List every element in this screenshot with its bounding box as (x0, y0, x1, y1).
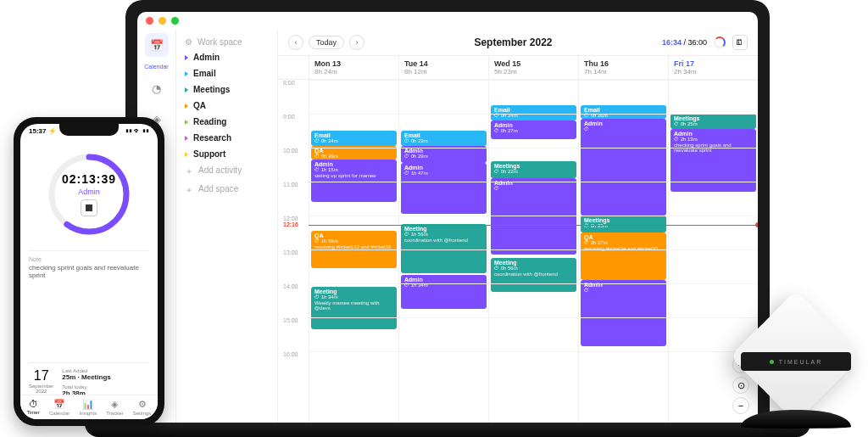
settings-icon: ⚙ (138, 399, 147, 410)
day-column[interactable]: Email⏱ 0h 24mAdmin⏱ 0h 27mMeetings⏱ 0h 2… (488, 80, 578, 423)
rail-pie[interactable]: ◔ (145, 76, 169, 100)
calendar-event[interactable]: Admin⏱ 0h 29m (401, 146, 487, 163)
add-space[interactable]: ＋Add space (180, 181, 274, 199)
rail-calendar[interactable]: 📅 (145, 33, 169, 57)
day-column[interactable]: Email⏱ 0h 23mAdmin⏱ 0h 29mAdmin⏱ 1h 47mM… (398, 80, 488, 423)
summary-stats: Last Added 25m · Meetings Total today 2h… (62, 368, 110, 397)
calendar-event[interactable]: Admin⏱ 1h 34m (401, 275, 487, 309)
add-activity-label: Add activity (198, 165, 242, 177)
triangle-icon (185, 152, 188, 157)
tracker-device: TIMEULAR (732, 301, 860, 429)
calendar-event[interactable]: Admin⏱ (581, 119, 666, 216)
calendar-event[interactable]: Meetings⏱ 0h 25m (670, 114, 756, 129)
tab-settings[interactable]: ⚙Settings (133, 399, 152, 416)
sidebar-item-label: Research (193, 133, 231, 143)
tracker-band: TIMEULAR (741, 352, 851, 371)
rail-calendar-label: Calendar (144, 64, 168, 70)
triangle-icon (185, 87, 188, 92)
tab-insights[interactable]: 📊Insights (79, 399, 97, 416)
calendar-event[interactable]: Meeting⏱ 1h 34mWeekly mamee meeting with… (311, 287, 397, 329)
calendar-event[interactable]: Meetings⏱ 0h 22m (491, 161, 576, 178)
tab-label: Calendar (49, 411, 70, 416)
window-controls (137, 12, 758, 30)
day-header: Fri 172h 34m (668, 56, 758, 79)
status-indicators: ▮▮ ᯤ ▮▮ (125, 127, 149, 135)
phone-notch (59, 124, 119, 136)
sidebar-item-label: QA (193, 101, 206, 110)
add-space-label: Add space (198, 184, 238, 196)
sidebar-item-meetings[interactable]: Meetings (180, 81, 274, 98)
triangle-icon (185, 120, 188, 125)
sidebar-item-email[interactable]: Email (180, 65, 274, 81)
sidebar-item-label: Meetings (193, 85, 230, 94)
day-header: Mon 138h 24m (309, 56, 398, 79)
sidebar-item-admin[interactable]: Admin (180, 49, 274, 65)
tracker-icon: ◈ (111, 399, 118, 410)
tab-timer[interactable]: ⏱Timer (27, 399, 40, 416)
app-root: 📅 Calendar ◔ ◈ ⚙ Work space AdminEmailMe… (137, 30, 758, 423)
calendar-event[interactable]: Admin⏱ (581, 280, 666, 346)
date-year: 2022 (29, 389, 53, 394)
day-column[interactable]: Email⏱ 0h 24mQA⏱ 0h 26mAdmin⏱ 1h 15msett… (309, 80, 398, 423)
calendar-event[interactable]: QA⏱ 2h 27mresolving #ticket34 and #ticke… (581, 233, 666, 280)
tab-tracker[interactable]: ◈Tracker (106, 399, 123, 416)
led-icon (770, 360, 774, 364)
sidebar-item-qa[interactable]: QA (180, 98, 274, 114)
calendar-event[interactable]: Admin⏱ 1h 47m (401, 163, 487, 214)
tab-label: Insights (79, 411, 97, 416)
sidebar-head-label: Work space (198, 37, 242, 47)
phone-screen: 15:37 ⚡ ▮▮ ᯤ ▮▮ 02:13:39 Admin Note chec… (20, 124, 158, 419)
pie-chart-icon: ◔ (152, 82, 161, 95)
calendar-icon: 📅 (53, 399, 65, 410)
calendar-event[interactable]: Meeting⏱ 0h 56mcoordination with @fronte… (491, 258, 576, 292)
triangle-icon (185, 71, 188, 76)
calendar-event[interactable]: Email⏱ 0h 24m (311, 131, 397, 146)
month-title: September 2022 (474, 36, 552, 48)
day-header: Tue 148h 12m (398, 56, 488, 79)
sidebar-workspace-head[interactable]: ⚙ Work space (180, 35, 274, 49)
insights-icon: 📊 (82, 399, 94, 410)
tracker-dock (741, 410, 851, 429)
close-icon[interactable] (146, 17, 153, 25)
today-button[interactable]: Today (309, 36, 344, 49)
calendar-event[interactable]: Meeting⏱ 1h 56mcoordination with @fronte… (401, 224, 487, 273)
calendar-event[interactable]: Email⏱ 0h 23m (401, 131, 487, 146)
calendar-event[interactable]: Admin⏱ 0h 27m (491, 120, 576, 139)
add-activity[interactable]: ＋Add activity (180, 162, 274, 181)
day-columns: Email⏱ 0h 24mQA⏱ 0h 26mAdmin⏱ 1h 15msett… (309, 80, 758, 423)
calendar-picker-button[interactable]: 🗓 (732, 35, 748, 50)
sidebar-item-label: Email (193, 69, 216, 78)
sidebar-item-reading[interactable]: Reading (180, 114, 274, 130)
calendar-event[interactable]: Email⏱ 0h 26m (581, 105, 666, 119)
plus-icon: ＋ (185, 165, 193, 177)
timer-activity: Admin (78, 188, 100, 196)
calendar-event[interactable]: Email⏱ 0h 24m (491, 105, 576, 120)
calendar-grid[interactable]: 8:009:0010:0011:0012:0013:0014:0015:0016… (278, 80, 758, 423)
triangle-icon (185, 104, 188, 109)
tab-calendar[interactable]: 📅Calendar (49, 399, 70, 416)
prev-week-button[interactable]: ‹ (288, 35, 303, 50)
phone-frame: 15:37 ⚡ ▮▮ ᯤ ▮▮ 02:13:39 Admin Note chec… (14, 117, 164, 426)
triangle-icon (185, 55, 188, 60)
date-day: 17 (29, 368, 53, 384)
sidebar-item-support[interactable]: Support (180, 146, 274, 162)
stop-button[interactable] (81, 199, 97, 216)
calendar-event[interactable]: Admin⏱ (491, 178, 576, 255)
maximize-icon[interactable] (171, 17, 179, 25)
minimize-icon[interactable] (159, 17, 166, 25)
day-column[interactable]: Email⏱ 0h 26mAdmin⏱ Meetings⏱ 0h 25mQA⏱ … (578, 80, 668, 423)
laptop-frame: 📅 Calendar ◔ ◈ ⚙ Work space AdminEmailMe… (125, 0, 770, 423)
sidebar-item-label: Reading (193, 117, 226, 126)
sidebar-item-research[interactable]: Research (180, 130, 274, 146)
summary-date: 17 September 2022 (29, 368, 53, 397)
next-week-button[interactable]: › (349, 35, 364, 50)
time-column: 8:009:0010:0011:0012:0013:0014:0015:0016… (278, 80, 309, 423)
calendar-topbar: ‹ Today › September 2022 16:34 / 36:00 🗓 (278, 30, 758, 56)
tab-label: Tracker (106, 411, 123, 416)
gear-icon: ⚙ (185, 37, 192, 47)
calendar-event[interactable]: Admin⏱ 1h 15msetting up sprint for mamee (311, 160, 397, 202)
note-section[interactable]: Note checking sprint goals and reevaluat… (29, 250, 149, 279)
progress-ring-icon (714, 36, 726, 48)
laptop-screen: 📅 Calendar ◔ ◈ ⚙ Work space AdminEmailMe… (137, 12, 758, 423)
time-total: 36:00 (687, 38, 707, 47)
